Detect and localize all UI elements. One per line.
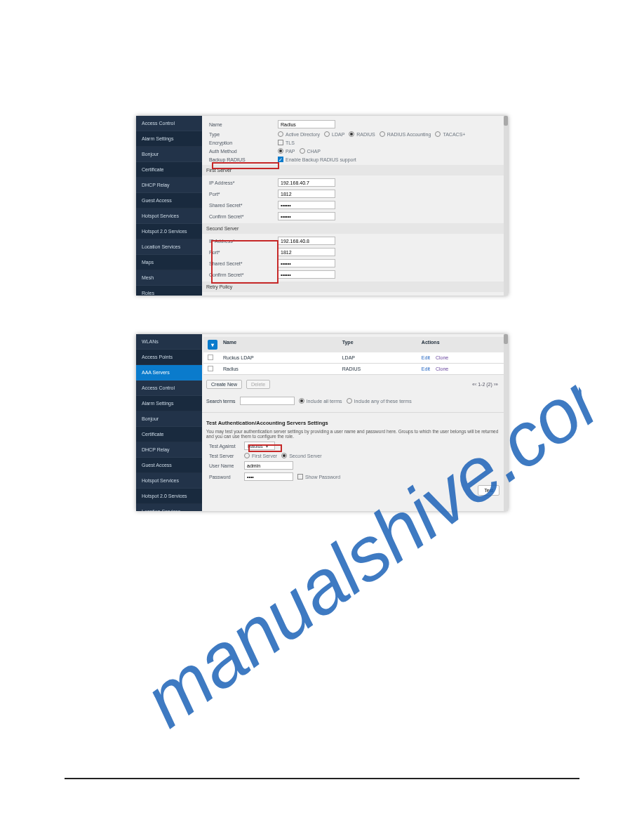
ss-secret-input[interactable] bbox=[278, 259, 335, 267]
test-server-radio-first[interactable]: First Server bbox=[244, 453, 277, 458]
test-pass-input[interactable] bbox=[244, 472, 293, 481]
sidebar-item-label: Hotspot Services bbox=[142, 478, 179, 483]
fs-secret-input[interactable] bbox=[278, 201, 335, 209]
ss-secret-label: Shared Secret* bbox=[206, 261, 278, 266]
sidebar-item-bonjour[interactable]: Bonjour bbox=[136, 147, 202, 162]
sidebar-item-label: Location Services bbox=[142, 244, 180, 249]
second-server-band: Second Server bbox=[202, 223, 508, 234]
sidebar-item-dhcp-relay[interactable]: DHCP Relay bbox=[136, 178, 202, 193]
fs-confirm-label: Confirm Secret* bbox=[206, 214, 278, 219]
auth-radio-pap[interactable]: PAP bbox=[278, 148, 295, 154]
radio-label: First Server bbox=[252, 454, 277, 458]
aaa-panel: ▾ Name Type Actions Ruckus LDAP LDAP Edi… bbox=[202, 334, 508, 511]
fs-port-input[interactable] bbox=[278, 190, 335, 198]
sidebar-item-alarm-settings[interactable]: Alarm Settings bbox=[136, 396, 202, 411]
radio-label: Active Directory bbox=[286, 132, 320, 137]
ss-confirm-label: Confirm Secret* bbox=[206, 272, 278, 277]
fs-confirm-input[interactable] bbox=[278, 212, 335, 220]
pager[interactable]: «‹ 1-2 (2) ›» bbox=[468, 379, 502, 390]
col-actions: Actions bbox=[422, 340, 501, 350]
sidebar-item-location-services[interactable]: Location Services bbox=[136, 504, 202, 511]
sidebar-item-bonjour[interactable]: Bonjour bbox=[136, 411, 202, 427]
sidebar-item-label: Hotspot 2.0 Services bbox=[142, 494, 187, 498]
test-server-radio-second[interactable]: Second Server bbox=[281, 453, 321, 458]
sidebar-item-access-points[interactable]: Access Points bbox=[136, 350, 202, 365]
sidebar-item-label: Access Control bbox=[142, 385, 175, 390]
backup-radius-label: Backup RADIUS bbox=[206, 157, 278, 162]
col-type: Type bbox=[342, 340, 422, 350]
fs-ip-input[interactable] bbox=[278, 178, 335, 187]
type-radio-ad[interactable]: Active Directory bbox=[278, 131, 320, 137]
row-checkbox[interactable] bbox=[208, 366, 213, 371]
ss-confirm-input[interactable] bbox=[278, 270, 335, 279]
edit-link[interactable]: Edit bbox=[422, 355, 430, 360]
radio-label: RADIUS bbox=[356, 132, 375, 137]
sidebar-item-guest-access[interactable]: Guest Access bbox=[136, 193, 202, 208]
sidebar-item-access-control[interactable]: Access Control bbox=[136, 116, 202, 131]
encryption-checkbox-tls[interactable]: TLS bbox=[278, 140, 295, 145]
first-server-band: First Server bbox=[202, 165, 508, 176]
sidebar-item-label: Location Services bbox=[142, 509, 180, 511]
edit-link[interactable]: Edit bbox=[422, 366, 430, 371]
table-row: Ruckus LDAP LDAP Edit Clone bbox=[203, 352, 505, 364]
test-against-label: Test Against bbox=[206, 444, 244, 449]
row-checkbox[interactable] bbox=[208, 355, 213, 360]
sidebar-item-alarm-settings[interactable]: Alarm Settings bbox=[136, 131, 202, 147]
sidebar: Access Control Alarm Settings Bonjour Ce… bbox=[136, 116, 202, 296]
sidebar-item-dhcp-relay[interactable]: DHCP Relay bbox=[136, 442, 202, 458]
footer-rule bbox=[65, 778, 579, 779]
sidebar-item-label: Guest Access bbox=[142, 463, 172, 468]
sidebar-item-certificate[interactable]: Certificate bbox=[136, 162, 202, 178]
test-user-input[interactable] bbox=[244, 461, 293, 470]
showpass-checkbox[interactable]: Show Password bbox=[297, 474, 340, 479]
type-radio-radius-acct[interactable]: RADIUS Accounting bbox=[380, 131, 431, 137]
filter-radio-all[interactable]: Include all terms bbox=[299, 398, 342, 404]
create-new-button[interactable]: Create New bbox=[206, 380, 242, 389]
sidebar-item-label: Certificate bbox=[142, 167, 164, 172]
ss-port-input[interactable] bbox=[278, 248, 335, 256]
sidebar-item-label: Bonjour bbox=[142, 416, 159, 421]
screenshot-1: Access Control Alarm Settings Bonjour Ce… bbox=[136, 116, 508, 296]
backup-radius-checkbox[interactable]: ✓Enable Backup RADIUS support bbox=[278, 157, 356, 162]
delete-button[interactable]: Delete bbox=[246, 380, 270, 389]
screenshot-2: WLANs Access Points AAA Servers Access C… bbox=[136, 334, 508, 511]
ss-ip-label: IP Address* bbox=[206, 239, 278, 244]
sidebar-item-label: AAA Servers bbox=[142, 370, 170, 375]
ss-ip-input[interactable] bbox=[278, 237, 335, 245]
radio-label: Include all terms bbox=[307, 399, 342, 404]
search-input[interactable] bbox=[240, 397, 295, 405]
sidebar-item-roles[interactable]: Roles bbox=[136, 286, 202, 296]
sidebar-item-certificate[interactable]: Certificate bbox=[136, 427, 202, 442]
sidebar-item-hotspot-services[interactable]: Hotspot Services bbox=[136, 208, 202, 224]
sidebar-item-location-services[interactable]: Location Services bbox=[136, 239, 202, 255]
scrollbar[interactable] bbox=[504, 116, 508, 296]
test-button[interactable]: Test bbox=[478, 485, 499, 496]
type-label: Type bbox=[206, 132, 278, 137]
radio-label: Second Server bbox=[289, 454, 321, 458]
col-name: Name bbox=[223, 340, 342, 350]
sidebar-item-maps[interactable]: Maps bbox=[136, 255, 202, 270]
sidebar-item-hotspot-20-services[interactable]: Hotspot 2.0 Services bbox=[136, 489, 202, 504]
type-radio-tacacs[interactable]: TACACS+ bbox=[435, 131, 465, 137]
clone-link[interactable]: Clone bbox=[436, 355, 448, 360]
clone-link[interactable]: Clone bbox=[436, 366, 448, 371]
test-against-select[interactable]: Radius ▾ bbox=[244, 442, 275, 450]
test-server-label: Test Server bbox=[206, 454, 244, 458]
select-all-dropdown[interactable]: ▾ bbox=[208, 340, 217, 350]
fs-secret-label: Shared Secret* bbox=[206, 203, 278, 208]
sidebar-item-access-control[interactable]: Access Control bbox=[136, 380, 202, 396]
sidebar-item-guest-access[interactable]: Guest Access bbox=[136, 458, 202, 473]
sidebar-item-hotspot-20-services[interactable]: Hotspot 2.0 Services bbox=[136, 224, 202, 239]
sidebar-item-mesh[interactable]: Mesh bbox=[136, 270, 202, 286]
auth-radio-chap[interactable]: CHAP bbox=[300, 148, 321, 154]
filter-radio-any[interactable]: Include any of these terms bbox=[347, 398, 412, 404]
sidebar-item-hotspot-services[interactable]: Hotspot Services bbox=[136, 473, 202, 489]
type-radio-radius[interactable]: RADIUS bbox=[349, 131, 375, 137]
sidebar-item-wlans[interactable]: WLANs bbox=[136, 334, 202, 350]
name-input[interactable] bbox=[278, 120, 335, 128]
type-radio-ldap[interactable]: LDAP bbox=[324, 131, 344, 137]
scrollbar[interactable] bbox=[504, 334, 508, 511]
sidebar-item-aaa-servers[interactable]: AAA Servers bbox=[136, 365, 202, 380]
row-name: Radius bbox=[223, 366, 342, 371]
sidebar-item-label: Hotspot 2.0 Services bbox=[142, 229, 187, 234]
